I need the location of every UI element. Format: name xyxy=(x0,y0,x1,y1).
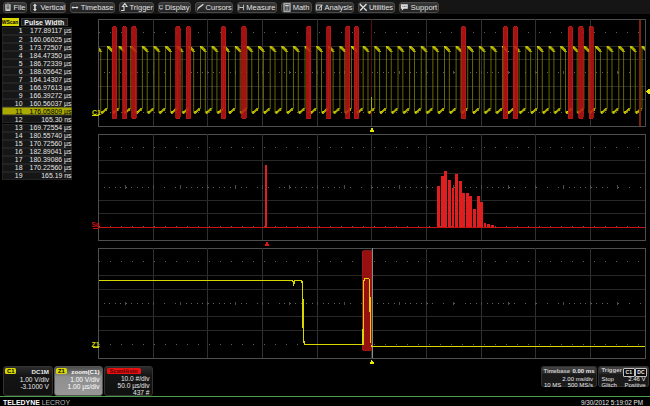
svg-text:Sa: Sa xyxy=(92,221,100,228)
svg-text:Z1: Z1 xyxy=(92,341,100,348)
svg-text:C1: C1 xyxy=(92,109,101,116)
